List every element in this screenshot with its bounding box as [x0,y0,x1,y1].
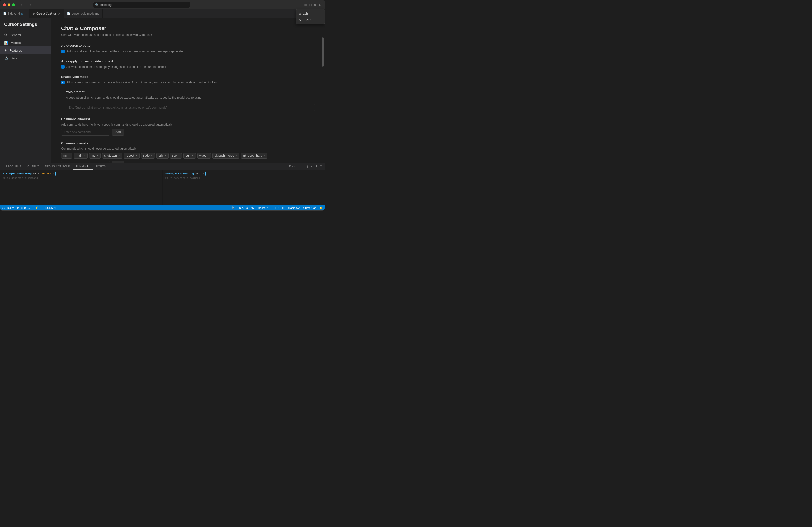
sidebar-item-beta[interactable]: 🔬 Beta [0,54,51,62]
tab-icon: 📄 [67,12,70,15]
terminal-prompt-1: ~/Projects/monolog main 20m 28s › ▋ [3,171,160,176]
yolo-prompt-input[interactable] [66,104,315,111]
panel-tab-ports[interactable]: PORTS [93,163,108,170]
dropdown-zsh-2[interactable]: ↳ ⊞ zsh [296,17,325,23]
add-terminal-icon[interactable]: + [298,165,300,168]
tag-label: rm [63,154,67,157]
warning-count[interactable]: △ 0 [28,206,32,210]
more-terminal-icon[interactable]: ··· [311,165,314,168]
term-block-1: ▋ [55,171,57,176]
denylist-tag-wget: wget × [197,153,211,159]
search-bar[interactable]: 🔍 monolog [93,2,190,8]
sidebar-item-features[interactable]: ✦ Features [0,46,51,54]
layout3-icon[interactable]: ⊠ [314,3,317,7]
yolo-mode-checkbox[interactable] [61,81,64,84]
tab-bar: 📄 index.md M ⚙ Cursor Settings ✕ 📄 curso… [0,10,325,18]
spaces[interactable]: Spaces: 4 [257,206,269,209]
git-branch[interactable]: main* [7,206,14,209]
back-button[interactable]: ← [19,2,26,7]
tag-remove-curl[interactable]: × [192,154,194,157]
split-terminal-icon[interactable]: ⌄ [302,165,304,168]
tag-remove-sudo[interactable]: × [151,154,153,157]
panel-tab-problems[interactable]: PROBLEMS [3,163,24,170]
denylist-tags: rm × rmdir × mv × shutdown × [61,153,315,159]
encoding[interactable]: UTF-8 [272,206,279,209]
terminal-icon: ⊞ [299,12,301,15]
panel-tab-debug-console[interactable]: DEBUG CONSOLE [42,163,73,170]
tag-remove-reboot[interactable]: × [136,154,137,157]
allowlist-add-button[interactable]: Add [112,129,124,136]
maximize-button[interactable] [12,3,15,6]
layout1-icon[interactable]: ⊞ [304,3,307,7]
setting-auto-apply: Auto-apply to files outside context Allo… [61,59,315,69]
line-col[interactable]: Ln 7, Col 145 [238,206,253,209]
source-control-icon[interactable]: ⊙ [2,206,5,210]
panel-tab-output[interactable]: OUTPUT [24,163,42,170]
tag-remove-wget[interactable]: × [207,154,209,157]
tag-remove-shutdown[interactable]: × [118,154,120,157]
tag-remove-git-push[interactable]: × [235,154,237,157]
tag-remove-scp[interactable]: × [178,154,180,157]
tag-label: rmdir [76,154,82,157]
auto-apply-checkbox[interactable] [61,65,64,69]
denylist-tag-rm: rm × [61,153,72,159]
language-mode[interactable]: Markdown [288,206,301,209]
setting-yolo-mode: Enable yolo mode Allow agent composers t… [61,75,315,85]
tag-remove-rm[interactable]: × [68,154,70,157]
bell-icon[interactable]: 🔔 [319,206,323,210]
tag-remove-ssh[interactable]: × [165,154,166,157]
tab-index-md[interactable]: 📄 index.md M [0,10,29,18]
test-icon[interactable]: ⚡ 0 [35,206,41,210]
tag-remove-mv[interactable]: × [97,154,98,157]
cursor-tab[interactable]: Cursor Tab [303,206,316,209]
sidebar-item-models[interactable]: 📊 Models [0,39,51,46]
error-count[interactable]: ⊗ 0 [21,206,26,210]
auto-scroll-checkbox[interactable] [61,50,64,53]
panel-tab-terminal[interactable]: TERMINAL [73,163,93,170]
layout2-icon[interactable]: ⊟ [309,3,312,7]
forward-button[interactable]: → [27,2,33,7]
command-allowlist-label: Command allowlist [61,117,315,121]
title-bar-actions: ⊞ ⊟ ⊠ ⚙ [304,3,322,7]
allowlist-command-input[interactable] [61,129,110,136]
normal-mode: -- NORMAL -- [43,206,59,209]
dropdown-label: zsh [306,18,311,22]
term-hint-1: ⌘K to generate a command [3,177,160,180]
settings-sidebar: Cursor Settings ⚙ General 📊 Models ✦ Fea… [0,18,52,163]
page-title: Chat & Composer [61,25,315,32]
sync-icon[interactable]: ↻ [17,206,19,210]
setting-desc: Allow agent composers to run tools witho… [67,80,217,85]
sidebar-item-general[interactable]: ⚙ General [0,31,51,39]
term-cursor-1: › [52,172,54,175]
checkbox-row: Allow agent composers to run tools witho… [61,80,315,85]
status-left: ⊙ main* ↻ ⊗ 0 △ 0 ⚡ 0 -- NORMAL -- [2,206,59,210]
denylist-command-input[interactable] [61,161,110,163]
tag-remove-rmdir[interactable]: × [84,154,86,157]
tag-label: git reset --hard [243,154,262,157]
command-allowlist-section: Command allowlist Add commands here if o… [61,117,315,136]
command-allowlist-desc: Add commands here if only very specific … [61,123,315,126]
line-ending[interactable]: LF [282,206,285,209]
command-denylist-desc: Commands which should never be executed … [61,147,315,150]
scrollbar[interactable] [322,37,324,67]
tab-cursor-yolo-mode[interactable]: 📄 cursor-yolo-mode.md [64,10,103,18]
tab-label: cursor-yolo-mode.md [72,12,99,15]
tag-label: ssh [159,154,163,157]
yolo-prompt-section: Yolo prompt A description of which comma… [66,90,315,111]
tag-remove-git-reset[interactable]: × [263,154,265,157]
page-subtitle: Chat with your codebase and edit multipl… [61,33,315,36]
search-status-icon[interactable]: 🔍 [231,206,235,210]
close-panel-icon[interactable]: ✕ [320,165,322,168]
branch-name: main* [7,206,14,209]
dropdown-zsh-1[interactable]: ⊞ zsh [296,11,325,17]
minimize-button[interactable] [8,3,11,6]
close-button[interactable] [3,3,6,6]
trash-icon[interactable]: 🗑 [306,165,309,168]
tab-cursor-settings[interactable]: ⚙ Cursor Settings ✕ [29,10,64,18]
tab-modified-badge: M [21,12,24,15]
tab-close-button[interactable]: ✕ [58,12,61,16]
split-up-icon[interactable]: ⬆ [315,165,318,168]
denylist-add-button[interactable]: Add [112,161,124,163]
terminal-icon: ↳ ⊞ [299,18,304,22]
settings-icon[interactable]: ⚙ [319,3,322,7]
